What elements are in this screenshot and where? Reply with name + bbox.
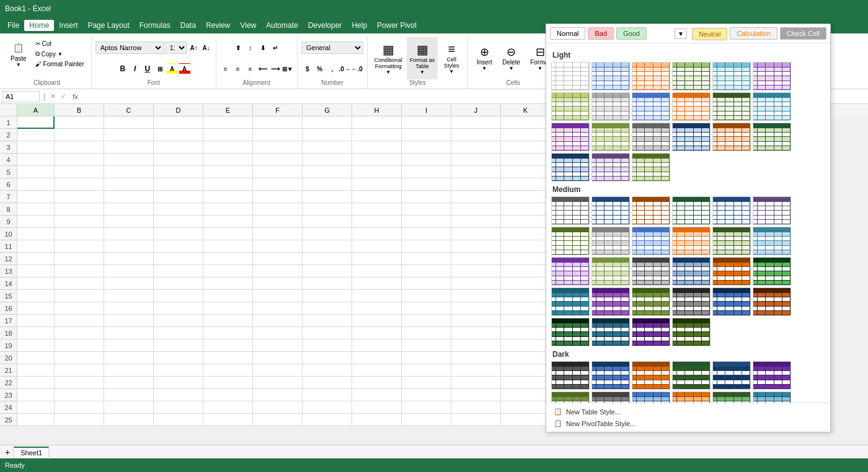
table-style-item[interactable]	[712, 287, 751, 316]
row-num-20[interactable]: 20	[0, 352, 17, 364]
normal-style-badge[interactable]: Normal	[550, 27, 585, 40]
cell-D21[interactable]	[154, 364, 203, 377]
cell-F3[interactable]	[253, 141, 303, 154]
cell-B5[interactable]	[55, 166, 104, 178]
cell-G24[interactable]	[303, 401, 352, 414]
table-style-item[interactable]	[672, 196, 711, 225]
table-style-item[interactable]	[753, 257, 791, 286]
cell-I12[interactable]	[402, 253, 451, 265]
cell-K4[interactable]	[501, 154, 551, 166]
cell-H25[interactable]	[352, 414, 402, 426]
cell-J11[interactable]	[451, 240, 501, 253]
table-style-item[interactable]	[551, 287, 590, 316]
cell-A14[interactable]	[17, 278, 55, 290]
cell-K21[interactable]	[501, 364, 551, 377]
row-num-24[interactable]: 24	[0, 401, 17, 414]
cell-I19[interactable]	[402, 339, 451, 352]
cell-E18[interactable]	[203, 327, 253, 339]
cell-A19[interactable]	[17, 339, 55, 352]
table-style-item[interactable]	[712, 123, 751, 151]
cell-B23[interactable]	[55, 389, 104, 401]
cell-H17[interactable]	[352, 315, 402, 327]
cell-H15[interactable]	[352, 290, 402, 302]
table-style-item[interactable]	[753, 123, 791, 151]
cell-E23[interactable]	[203, 389, 253, 401]
table-style-item[interactable]	[753, 391, 791, 403]
cell-K15[interactable]	[501, 290, 551, 302]
menu-data[interactable]: Data	[175, 20, 201, 31]
cell-G21[interactable]	[303, 364, 352, 377]
row-num-2[interactable]: 2	[0, 129, 17, 141]
cell-D18[interactable]	[154, 327, 203, 339]
cell-J3[interactable]	[451, 141, 501, 154]
cell-G8[interactable]	[303, 203, 352, 216]
cell-G15[interactable]	[303, 290, 352, 302]
col-header-c[interactable]: C	[104, 104, 154, 116]
increase-font-button[interactable]: A↑	[188, 42, 200, 53]
cell-D24[interactable]	[154, 401, 203, 414]
cell-A18[interactable]	[17, 327, 55, 339]
cell-C8[interactable]	[104, 203, 154, 216]
cell-E9[interactable]	[203, 216, 253, 228]
cell-F11[interactable]	[253, 240, 303, 253]
table-style-item[interactable]	[672, 257, 711, 286]
table-style-item[interactable]	[591, 227, 630, 255]
cell-A3[interactable]	[17, 141, 55, 154]
menu-insert[interactable]: Insert	[54, 20, 82, 31]
col-header-h[interactable]: H	[352, 104, 402, 116]
cell-A15[interactable]	[17, 290, 55, 302]
cell-I22[interactable]	[402, 377, 451, 389]
cell-C17[interactable]	[104, 315, 154, 327]
cell-K18[interactable]	[501, 327, 551, 339]
decrease-decimal-button[interactable]: ←.0	[352, 63, 363, 74]
cell-J13[interactable]	[451, 265, 501, 278]
row-num-8[interactable]: 8	[0, 203, 17, 216]
row-num-12[interactable]: 12	[0, 253, 17, 265]
cell-K25[interactable]	[501, 414, 551, 426]
cell-B8[interactable]	[55, 203, 104, 216]
cell-E13[interactable]	[203, 265, 253, 278]
table-style-item[interactable]	[551, 361, 590, 390]
cell-E25[interactable]	[203, 414, 253, 426]
cell-A6[interactable]	[17, 178, 55, 191]
table-style-item[interactable]	[712, 92, 751, 121]
cell-A8[interactable]	[17, 203, 55, 216]
cell-H9[interactable]	[352, 216, 402, 228]
cell-J22[interactable]	[451, 377, 501, 389]
table-style-item[interactable]	[712, 361, 751, 390]
table-style-item[interactable]	[753, 62, 791, 90]
cell-A23[interactable]	[17, 389, 55, 401]
copy-button[interactable]: ⧉ Copy ▼	[32, 49, 87, 59]
cell-F10[interactable]	[253, 228, 303, 240]
cell-styles-button[interactable]: ≡ CellStyles ▼	[439, 37, 464, 79]
col-header-k[interactable]: K	[501, 104, 551, 116]
cell-F16[interactable]	[253, 302, 303, 315]
cell-C9[interactable]	[104, 216, 154, 228]
cell-G4[interactable]	[303, 154, 352, 166]
cell-E1[interactable]	[203, 116, 253, 129]
cell-G18[interactable]	[303, 327, 352, 339]
cell-D14[interactable]	[154, 278, 203, 290]
table-style-item[interactable]	[632, 318, 670, 346]
cell-I1[interactable]	[402, 116, 451, 129]
row-num-23[interactable]: 23	[0, 389, 17, 401]
cell-C24[interactable]	[104, 401, 154, 414]
table-style-item[interactable]	[632, 196, 670, 225]
cell-E3[interactable]	[203, 141, 253, 154]
table-style-item[interactable]	[551, 123, 590, 151]
cell-F1[interactable]	[253, 116, 303, 129]
table-style-item[interactable]	[753, 92, 791, 121]
cell-K16[interactable]	[501, 302, 551, 315]
cell-D15[interactable]	[154, 290, 203, 302]
table-style-item[interactable]	[632, 257, 670, 286]
cell-G12[interactable]	[303, 253, 352, 265]
font-size-select[interactable]: 11	[165, 42, 187, 54]
bad-style-badge[interactable]: Bad	[588, 27, 614, 40]
cell-G13[interactable]	[303, 265, 352, 278]
table-style-item[interactable]	[551, 391, 590, 403]
col-header-e[interactable]: E	[203, 104, 253, 116]
row-num-18[interactable]: 18	[0, 327, 17, 339]
cell-K2[interactable]	[501, 129, 551, 141]
row-num-4[interactable]: 4	[0, 154, 17, 166]
cell-K6[interactable]	[501, 178, 551, 191]
